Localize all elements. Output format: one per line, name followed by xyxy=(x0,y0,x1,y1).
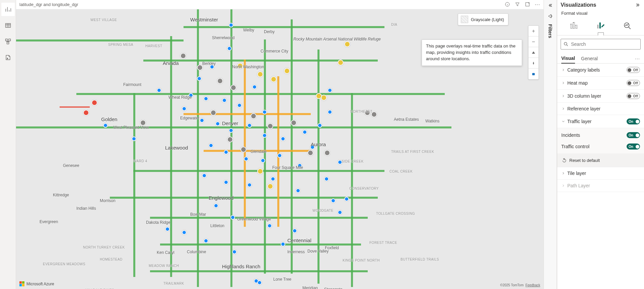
pitch-reset-button[interactable] xyxy=(528,47,539,58)
more-options-icon[interactable]: ··· xyxy=(535,2,540,8)
reset-to-default-button[interactable]: Reset to default xyxy=(557,154,644,167)
toggle-3d-column[interactable]: Off xyxy=(627,93,640,99)
filters-label: Filters xyxy=(548,24,553,38)
search-icon xyxy=(563,41,569,47)
svg-point-8 xyxy=(534,75,534,76)
section-category-labels[interactable]: Category labels Off xyxy=(557,64,644,77)
zoom-out-button[interactable] xyxy=(528,36,539,47)
zoom-in-button[interactable] xyxy=(528,26,539,36)
format-search-input[interactable] xyxy=(561,39,641,50)
format-visual-button[interactable] xyxy=(594,20,606,32)
collapse-viz-pane-button[interactable] xyxy=(635,2,641,8)
left-nav-rail xyxy=(0,0,16,289)
visual-title: latitude_dgr and longitude_dgr xyxy=(19,2,78,7)
azure-attribution: Microsoft Azure xyxy=(19,281,54,286)
model-view-button[interactable] xyxy=(1,35,15,48)
filter-icon[interactable] xyxy=(515,2,520,7)
announce-icon[interactable] xyxy=(548,13,553,23)
viz-pane-title: Visualizations xyxy=(561,2,596,8)
build-visual-button[interactable] xyxy=(568,20,580,32)
tab-visual[interactable]: Visual xyxy=(561,54,575,64)
svg-rect-0 xyxy=(5,23,10,27)
analytics-button[interactable] xyxy=(621,20,633,32)
style-swatch-icon xyxy=(461,16,468,23)
svg-rect-3 xyxy=(7,42,9,44)
visual-header: latitude_dgr and longitude_dgr ··· xyxy=(16,0,544,9)
svg-rect-12 xyxy=(597,25,599,28)
viz-pane-subtitle: Format visual xyxy=(557,10,644,18)
azure-map[interactable]: Westminster Arvada Golden Lakewood Denve… xyxy=(16,9,544,289)
chevron-right-icon xyxy=(561,184,565,188)
dax-view-button[interactable] xyxy=(1,51,15,64)
section-traffic-layer[interactable]: Traffic layer On xyxy=(557,115,644,128)
expand-filters-button[interactable] xyxy=(548,3,553,9)
chevron-right-icon xyxy=(561,107,565,111)
tab-general[interactable]: General xyxy=(581,54,598,63)
report-view-button[interactable] xyxy=(1,3,15,16)
chevron-right-icon xyxy=(561,68,565,72)
map-style-picker[interactable]: Grayscale (Light) xyxy=(458,13,508,25)
sub-incidents: Incidents On xyxy=(561,129,640,141)
compass-button[interactable] xyxy=(528,58,539,69)
chevron-down-icon xyxy=(561,119,565,123)
map-control-stack xyxy=(528,25,539,80)
feedback-link[interactable]: Feedback xyxy=(525,283,540,287)
chevron-right-icon xyxy=(561,171,565,175)
section-heat-map[interactable]: Heat map Off xyxy=(557,77,644,90)
tomtom-attribution: ©2025 TomTom Feedback xyxy=(500,283,540,287)
svg-rect-2 xyxy=(8,39,10,41)
section-3d-column-layer[interactable]: 3D column layer Off xyxy=(557,90,644,103)
visualizations-pane: Visualizations Format visual Visual Gene… xyxy=(557,0,644,289)
svg-rect-9 xyxy=(571,24,572,28)
svg-rect-5 xyxy=(525,2,529,6)
svg-rect-10 xyxy=(573,22,574,28)
section-tile-layer[interactable]: Tile layer xyxy=(557,167,644,180)
toggle-incidents[interactable]: On xyxy=(627,132,640,138)
section-reference-layer[interactable]: Reference layer xyxy=(557,103,644,115)
svg-rect-11 xyxy=(576,25,577,28)
traffic-toggle-button[interactable] xyxy=(528,69,539,79)
tabs-more-icon[interactable]: ··· xyxy=(635,56,640,61)
svg-point-15 xyxy=(564,42,567,45)
main-visual-area: latitude_dgr and longitude_dgr ··· xyxy=(16,0,544,289)
svg-point-7 xyxy=(532,75,533,76)
info-tooltip: This page overlays real-time traffic dat… xyxy=(422,39,522,66)
toggle-traffic-layer[interactable]: On xyxy=(627,118,640,124)
table-view-button[interactable] xyxy=(1,19,15,32)
chevron-right-icon xyxy=(561,94,565,98)
filters-pane-collapsed: Filters xyxy=(544,0,557,289)
reset-icon xyxy=(562,158,567,163)
svg-rect-13 xyxy=(599,22,601,28)
chevron-right-icon xyxy=(561,81,565,85)
map-style-label: Grayscale (Light) xyxy=(471,17,504,22)
toggle-category-labels[interactable]: Off xyxy=(627,67,640,73)
sub-traffic-control: Traffic control On xyxy=(561,141,640,152)
info-icon[interactable] xyxy=(505,2,510,7)
toggle-heat-map[interactable]: Off xyxy=(627,80,640,86)
svg-rect-1 xyxy=(5,39,7,41)
toggle-traffic-control[interactable]: On xyxy=(627,143,640,150)
focus-mode-icon[interactable] xyxy=(525,2,530,7)
section-path-layer: Path Layer xyxy=(557,180,644,192)
